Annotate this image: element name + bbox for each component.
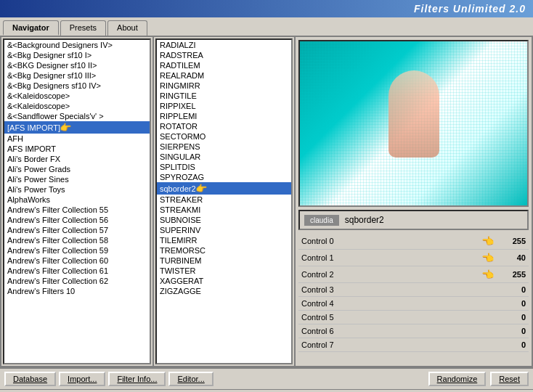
list-item[interactable]: SINGULAR <box>157 152 291 162</box>
control-label: Control 0 <box>301 237 479 245</box>
list-item[interactable]: SUBNOISE <box>157 215 291 225</box>
list-item[interactable]: &<Bkg Designer sf10 I> <box>4 50 150 60</box>
list-item[interactable]: RADIALZI <box>157 40 291 50</box>
randomize-button[interactable]: Randomize <box>428 372 487 386</box>
title-bar: Filters Unlimited 2.0 <box>0 0 533 17</box>
toolbar-right: Randomize Reset <box>428 372 529 386</box>
control-label: Control 4 <box>301 299 497 308</box>
filter-name-bar: claudia sqborder2 <box>298 210 529 230</box>
list-item[interactable]: &<BKG Designer sf10 II> <box>4 60 150 70</box>
pixel-preview <box>300 41 527 205</box>
left-panel: &<Background Designers IV>&<Bkg Designer… <box>1 37 154 366</box>
list-item[interactable]: &<Kaleidoscope> <box>4 101 150 111</box>
list-item[interactable]: Andrew's Filter Collection 57 <box>4 225 150 235</box>
list-item[interactable]: RADSTREA <box>157 50 291 60</box>
list-item[interactable]: TWISTER <box>157 266 291 276</box>
control-label: Control 2 <box>301 270 479 279</box>
list-item[interactable]: Andrew's Filter Collection 58 <box>4 235 150 245</box>
control-value: 255 <box>497 237 526 245</box>
list-item[interactable]: STREAKMI <box>157 205 291 215</box>
main-content: &<Background Designers IV>&<Bkg Designer… <box>0 37 533 367</box>
category-list[interactable]: &<Background Designers IV>&<Bkg Designer… <box>3 38 151 364</box>
control-row: Control 30 <box>298 283 529 297</box>
control-label: Control 7 <box>301 340 497 349</box>
list-item[interactable]: TURBINEM <box>157 256 291 266</box>
filter-info-button[interactable]: Filter Info... <box>108 372 166 386</box>
bottom-toolbar: Database Import... Filter Info... Editor… <box>0 367 533 389</box>
list-item[interactable]: ZIGZAGGE <box>157 286 291 296</box>
list-item[interactable]: Andrew's Filters 10 <box>4 286 150 296</box>
list-item[interactable]: &<Sandflower Specials'v' > <box>4 111 150 121</box>
tab-bar: Navigator Presets About <box>0 17 533 37</box>
reset-button[interactable]: Reset <box>490 372 529 386</box>
list-item[interactable]: Ali's Power Sines <box>4 174 150 184</box>
list-item[interactable]: Andrew's Filter Collection 62 <box>4 276 150 286</box>
control-row: Control 2👈255 <box>298 266 529 283</box>
list-item[interactable]: AFH <box>4 134 150 144</box>
preview-figure <box>388 70 439 158</box>
control-label: Control 3 <box>301 285 497 294</box>
control-row: Control 1👈40 <box>298 250 529 266</box>
list-item[interactable]: AFS IMPORT <box>4 144 150 154</box>
right-panel: claudia sqborder2 Control 0👈255Control 1… <box>296 37 532 366</box>
control-label: Control 1 <box>301 253 479 262</box>
list-item[interactable]: ROTATOR <box>157 121 291 131</box>
control-value: 0 <box>497 285 526 294</box>
list-item[interactable]: AlphaWorks <box>4 195 150 205</box>
control-value: 0 <box>497 313 526 322</box>
control-value: 0 <box>497 340 526 349</box>
middle-panel: RADIALZIRADSTREARADTILEMREALRADMRINGMIRR… <box>154 37 296 366</box>
list-item[interactable]: SECTORMO <box>157 131 291 142</box>
editor-button[interactable]: Editor... <box>168 372 213 386</box>
list-item[interactable]: RINGTILE <box>157 91 291 101</box>
tab-about[interactable]: About <box>107 20 147 36</box>
list-item[interactable]: Ali's Power Toys <box>4 184 150 195</box>
status-bar: Database: ICNET-Filters Filters: 3713 Ap… <box>0 389 533 392</box>
filter-list[interactable]: RADIALZIRADSTREARADTILEMREALRADMRINGMIRR… <box>155 38 293 364</box>
control-value: 0 <box>497 327 526 335</box>
list-item[interactable]: STREAKER <box>157 195 291 205</box>
list-item[interactable]: SIERPENS <box>157 142 291 152</box>
list-item[interactable]: [AFS IMPORT] 👈 <box>4 121 150 134</box>
control-value: 0 <box>497 299 526 308</box>
control-row: Control 50 <box>298 311 529 324</box>
control-hand-icon: 👈 <box>481 269 494 280</box>
list-item[interactable]: &<Kaleidoscope> <box>4 91 150 101</box>
list-item[interactable]: REALRADM <box>157 70 291 81</box>
control-row: Control 60 <box>298 324 529 338</box>
controls-area: Control 0👈255Control 1👈40Control 2👈255Co… <box>296 232 532 366</box>
list-item[interactable]: RADTILEM <box>157 60 291 70</box>
list-item[interactable]: sqborder2 👈 <box>157 182 291 195</box>
control-row: Control 40 <box>298 297 529 311</box>
list-item[interactable]: XAGGERAT <box>157 276 291 286</box>
control-label: Control 6 <box>301 327 497 335</box>
list-item[interactable]: &<Bkg Designers sf10 IV> <box>4 81 150 91</box>
list-item[interactable]: TILEMIRR <box>157 235 291 245</box>
database-button[interactable]: Database <box>4 372 56 386</box>
list-item[interactable]: SPYROZAG <box>157 172 291 182</box>
preview-area <box>298 40 529 207</box>
list-item[interactable]: RIPPIXEL <box>157 101 291 111</box>
list-item[interactable]: Ali's Power Grads <box>4 164 150 174</box>
list-item[interactable]: &<Background Designers IV> <box>4 40 150 50</box>
list-item[interactable]: Ali's Border FX <box>4 154 150 164</box>
list-item[interactable]: &<Bkg Designer sf10 III> <box>4 70 150 81</box>
list-item[interactable]: SPLITDIS <box>157 162 291 172</box>
import-button[interactable]: Import... <box>59 372 105 386</box>
control-hand-icon: 👈 <box>481 235 494 247</box>
control-value: 40 <box>497 253 526 262</box>
control-row: Control 70 <box>298 338 529 352</box>
filter-author-label: claudia <box>304 215 339 226</box>
list-item[interactable]: Andrew's Filter Collection 55 <box>4 205 150 215</box>
list-item[interactable]: TREMORSC <box>157 245 291 256</box>
list-item[interactable]: Andrew's Filter Collection 61 <box>4 266 150 276</box>
control-label: Control 5 <box>301 313 497 322</box>
list-item[interactable]: RIPPLEMI <box>157 111 291 121</box>
tab-navigator[interactable]: Navigator <box>3 20 59 36</box>
list-item[interactable]: Andrew's Filter Collection 56 <box>4 215 150 225</box>
list-item[interactable]: Andrew's Filter Collection 59 <box>4 245 150 256</box>
list-item[interactable]: RINGMIRR <box>157 81 291 91</box>
list-item[interactable]: SUPERINV <box>157 225 291 235</box>
tab-presets[interactable]: Presets <box>60 20 106 36</box>
list-item[interactable]: Andrew's Filter Collection 60 <box>4 256 150 266</box>
